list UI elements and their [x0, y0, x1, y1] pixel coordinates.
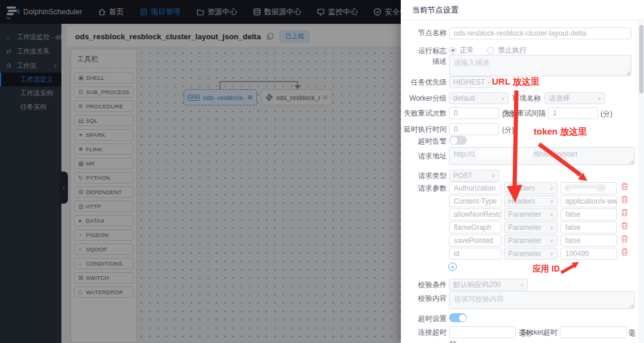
- field-label-retry-times: 失败重试次数: [402, 109, 447, 117]
- param-value: false: [565, 223, 580, 232]
- node-settings-drawer: 当前节点设置 节点名称 ods-resblock-resblock-cluste…: [401, 0, 644, 343]
- delete-param-icon[interactable]: [621, 182, 628, 191]
- field-label-request-url: 请求地址: [402, 152, 447, 160]
- param-value: 6**********29: [565, 184, 605, 192]
- description-placeholder: 请输入描述: [454, 58, 490, 67]
- radio-normal[interactable]: [449, 47, 456, 54]
- delay-time-value: 0: [454, 125, 458, 133]
- chevron-down-icon: ∨: [550, 199, 553, 204]
- add-param-icon[interactable]: +: [448, 263, 457, 271]
- param-value-input[interactable]: 100495: [561, 248, 617, 260]
- param-key-value: allowNonRestored: [454, 210, 501, 219]
- param-value-input[interactable]: application/x-www-form-urlencoded: [561, 195, 617, 207]
- param-value: 100495: [565, 250, 589, 258]
- scrollbar-thumb[interactable]: [639, 25, 643, 93]
- field-label-timeout-enable: 超时设置: [402, 314, 447, 323]
- timeout-enable-toggle[interactable]: [449, 313, 467, 322]
- resize-handle[interactable]: [630, 304, 634, 308]
- environment-value: 请选择: [549, 93, 570, 104]
- request-url-suffix: /flink/app/start: [533, 150, 578, 158]
- param-key-input[interactable]: flameGraph: [449, 222, 501, 233]
- request-type-select[interactable]: POST ∨: [449, 170, 499, 182]
- param-key-value: id: [454, 250, 459, 258]
- field-label-retry-interval: 失败重试间隔: [503, 109, 546, 117]
- chevron-down-icon: ∨: [550, 251, 553, 257]
- delete-param-icon[interactable]: [621, 208, 628, 217]
- field-label-socket-timeout: Socket超时: [521, 328, 558, 336]
- worker-group-select[interactable]: default ∨: [449, 92, 509, 104]
- param-type-select[interactable]: Parameter ∨: [504, 235, 558, 247]
- socket-timeout-input[interactable]: [560, 326, 627, 338]
- check-content-textarea[interactable]: 请填写校验内容: [449, 291, 635, 309]
- param-type-select[interactable]: Parameter ∨: [504, 248, 558, 260]
- retry-interval-unit: (分): [600, 109, 612, 119]
- socket-timeout-unit-char2: 秒: [450, 339, 457, 343]
- priority-select[interactable]: HIGHEST ∨: [449, 76, 493, 88]
- field-label-timeout-alarm: 超时告警: [402, 137, 447, 145]
- delete-param-icon[interactable]: [621, 235, 628, 243]
- annotation-token: token 放这里: [534, 126, 587, 138]
- timeout-alarm-toggle[interactable]: [449, 136, 467, 145]
- field-label-description: 描述: [402, 57, 447, 66]
- param-value-input[interactable]: false: [561, 222, 617, 233]
- delete-param-icon[interactable]: [621, 195, 628, 204]
- resize-handle[interactable]: [626, 71, 630, 75]
- retry-times-input[interactable]: 0: [449, 107, 499, 119]
- retry-interval-input[interactable]: 1: [548, 107, 598, 119]
- retry-interval-value: 1: [553, 109, 557, 117]
- priority-value: HIGHEST: [453, 78, 485, 86]
- param-key-input[interactable]: id: [449, 248, 501, 260]
- node-name-input[interactable]: ods-resblock-resblock-cluster-layout-del…: [449, 27, 631, 39]
- param-type-value: Headers: [508, 184, 535, 192]
- app-window: DolphinScheduler 首页 项目管理 资源中心 数据源中心 监控中心: [0, 0, 644, 343]
- chevron-down-icon: ∨: [491, 173, 495, 179]
- check-condition-value: 默认响应码200: [453, 280, 501, 290]
- field-label-check-content: 校验内容: [402, 294, 447, 303]
- description-textarea[interactable]: 请输入描述: [449, 55, 631, 76]
- check-content-placeholder: 请填写校验内容: [454, 295, 504, 303]
- chevron-down-icon: ∨: [550, 212, 553, 217]
- param-key-input[interactable]: allowNonRestored: [449, 208, 501, 220]
- param-value-input[interactable]: false: [561, 208, 617, 220]
- param-type-select[interactable]: Parameter ∨: [504, 208, 558, 220]
- param-value: false: [565, 236, 580, 245]
- field-label-environment: 环境名称: [512, 94, 541, 102]
- radio-forbidden[interactable]: [487, 47, 494, 54]
- param-key-value: savePointed: [454, 236, 493, 245]
- node-name-value: ods-resblock-resblock-cluster-layout-del…: [454, 29, 586, 38]
- delete-param-icon[interactable]: [621, 248, 628, 256]
- param-value-input[interactable]: 6**********29: [561, 182, 617, 194]
- param-value: application/x-www-form-urlencoded: [565, 197, 617, 205]
- field-label-delay-time: 延时执行时间: [402, 125, 447, 133]
- field-label-node-name: 节点名称: [402, 29, 447, 37]
- environment-select[interactable]: 请选择 ∨: [544, 92, 605, 104]
- chevron-down-icon: ∨: [520, 282, 524, 288]
- delay-time-input[interactable]: 0: [449, 123, 499, 135]
- field-label-request-params: 请求参数: [402, 184, 447, 192]
- connect-timeout-input[interactable]: [449, 326, 516, 338]
- resize-handle[interactable]: [630, 160, 634, 164]
- field-label-request-type: 请求类型: [402, 172, 447, 180]
- chevron-down-icon: ∨: [501, 96, 504, 101]
- retry-times-value: 0: [454, 109, 458, 117]
- param-type-value: Parameter: [508, 223, 541, 232]
- request-url-textarea[interactable]: http://1/flink/app/start: [449, 147, 635, 165]
- field-label-run-flag: 运行标志: [402, 46, 447, 55]
- param-key-input[interactable]: Content-Type: [449, 195, 501, 207]
- run-flag-group: 正常 禁止执行: [449, 45, 540, 55]
- param-type-select[interactable]: Headers ∨: [504, 182, 558, 194]
- request-url-prefix: http://1: [454, 150, 476, 158]
- check-condition-select[interactable]: 默认响应码200 ∨: [449, 279, 528, 291]
- param-key-input[interactable]: savePointed: [449, 235, 501, 247]
- param-key-value: Authorization: [454, 184, 496, 192]
- param-key-value: Content-Type: [454, 197, 497, 205]
- delay-time-unit: (分): [502, 125, 514, 135]
- param-type-select[interactable]: Parameter ∨: [504, 222, 558, 233]
- delete-param-icon[interactable]: [621, 222, 628, 230]
- param-key-input[interactable]: Authorization: [449, 182, 501, 194]
- param-type-select[interactable]: Headers ∨: [504, 195, 558, 207]
- param-value-input[interactable]: false: [561, 235, 617, 247]
- drawer-mask[interactable]: [0, 0, 401, 343]
- annotation-url: URL 放这里: [492, 76, 540, 88]
- socket-timeout-unit-char1: 毫: [628, 328, 636, 338]
